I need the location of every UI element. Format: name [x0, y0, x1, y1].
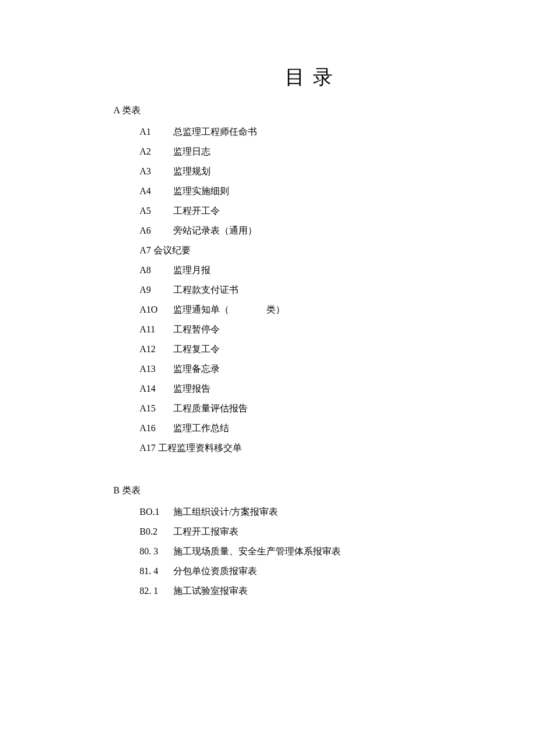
toc-label: 工程复工令 [173, 345, 220, 354]
toc-code: A2 [140, 147, 173, 156]
toc-code: A12 [140, 345, 173, 354]
toc-row: A14监理报告 [140, 384, 477, 393]
toc-label: 施工组织设计/方案报审表 [173, 507, 278, 517]
toc-row: A6旁站记录表（通用） [140, 226, 477, 235]
toc-label: 工程款支付证书 [173, 285, 238, 295]
toc-code: A14 [140, 384, 173, 393]
toc-row: A11工程暂停令 [140, 325, 477, 334]
toc-row: A1O监理通知单（ 类） [140, 305, 477, 314]
toc-row: A16监理工作总结 [140, 424, 477, 433]
document-page: 目录 A 类表 A1总监理工程师任命书 A2监理日志 A3监理规划 A4监理实施… [0, 0, 535, 756]
section-a-list: A1总监理工程师任命书 A2监理日志 A3监理规划 A4监理实施细则 A5工程开… [140, 127, 477, 453]
toc-row: A12工程复工令 [140, 345, 477, 354]
toc-label: 分包单位资质报审表 [173, 567, 257, 576]
toc-row: A8监理月报 [140, 266, 477, 275]
toc-label: 监理工作总结 [173, 424, 229, 433]
toc-code: B0.2 [140, 527, 173, 536]
toc-code: A11 [140, 325, 173, 334]
toc-code: A1 [140, 127, 173, 137]
toc-code: 80. 3 [140, 547, 173, 556]
toc-label: 总监理工程师任命书 [173, 127, 257, 137]
toc-code: A9 [140, 285, 173, 295]
toc-row: A5工程开工令 [140, 206, 477, 216]
toc-row: A1总监理工程师任命书 [140, 127, 477, 137]
toc-label: 监理通知单（ 类） [173, 305, 285, 314]
toc-label: 工程暂停令 [173, 325, 220, 334]
toc-label: 监理实施细则 [173, 187, 229, 196]
toc-label: 监理月报 [173, 266, 211, 275]
toc-row: 80. 3施工现场质量、安全生产管理体系报审表 [140, 547, 477, 556]
toc-label: 工程开工报审表 [173, 527, 238, 536]
toc-row: A2监理日志 [140, 147, 477, 156]
toc-row: A15工程质量评估报告 [140, 404, 477, 413]
toc-row: A9工程款支付证书 [140, 285, 477, 295]
toc-label: 旁站记录表（通用） [173, 226, 257, 235]
toc-label: 施工现场质量、安全生产管理体系报审表 [173, 547, 341, 556]
toc-label: 施工试验室报审表 [173, 586, 248, 596]
toc-row: A3监理规划 [140, 167, 477, 176]
toc-row: A13监理备忘录 [140, 364, 477, 374]
toc-code: A6 [140, 226, 173, 235]
toc-code: A4 [140, 187, 173, 196]
toc-code: A8 [140, 266, 173, 275]
toc-label: 监理备忘录 [173, 364, 220, 374]
toc-row: BO.1施工组织设计/方案报审表 [140, 507, 477, 517]
toc-code: A3 [140, 167, 173, 176]
toc-label: 工程质量评估报告 [173, 404, 248, 413]
toc-row: 82. 1施工试验室报审表 [140, 586, 477, 596]
toc-row: B0.2工程开工报审表 [140, 527, 477, 536]
toc-row: A17 工程监理资料移交单 [140, 443, 477, 453]
toc-row: A7 会议纪要 [140, 246, 477, 255]
toc-label: 监理规划 [173, 167, 211, 176]
section-b-header: B 类表 [113, 485, 477, 497]
toc-label: 工程开工令 [173, 206, 220, 216]
toc-code: A13 [140, 364, 173, 374]
page-title: 目录 [148, 64, 477, 91]
section-a-header: A 类表 [113, 105, 477, 117]
toc-code: A1O [140, 305, 173, 314]
toc-label: 监理报告 [173, 384, 211, 393]
toc-code: A15 [140, 404, 173, 413]
toc-row: 81. 4分包单位资质报审表 [140, 567, 477, 576]
toc-row: A4监理实施细则 [140, 187, 477, 196]
toc-label: 监理日志 [173, 147, 211, 156]
toc-code: 81. 4 [140, 567, 173, 576]
toc-code: A5 [140, 206, 173, 216]
section-b-list: BO.1施工组织设计/方案报审表 B0.2工程开工报审表 80. 3施工现场质量… [140, 507, 477, 596]
toc-code: A16 [140, 424, 173, 433]
toc-code: 82. 1 [140, 586, 173, 596]
toc-code: BO.1 [140, 507, 173, 517]
